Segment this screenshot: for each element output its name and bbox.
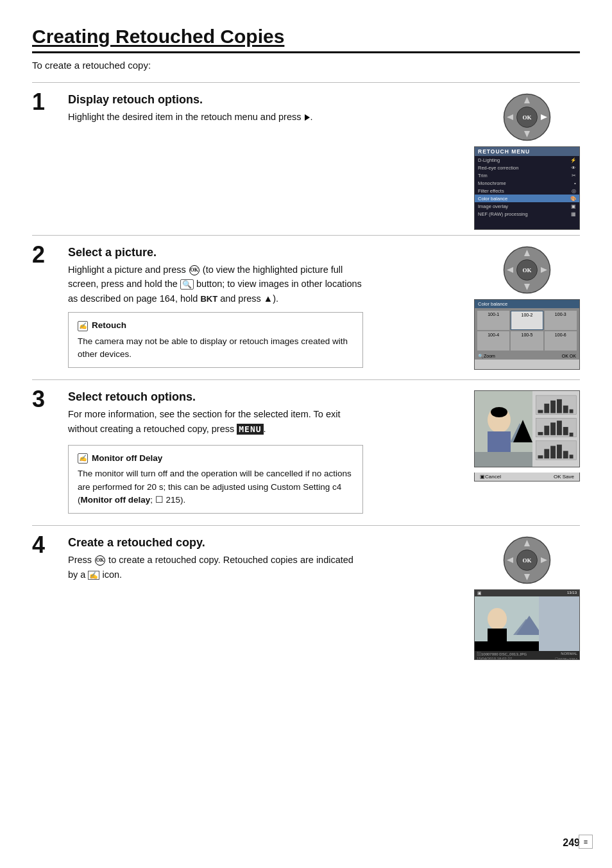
step-3-number: 3 <box>32 388 62 411</box>
svg-rect-34 <box>563 427 568 435</box>
step-2-body: Highlight a picture and press OK (to vie… <box>68 263 363 306</box>
svg-rect-33 <box>557 421 562 435</box>
screen-retouch-options <box>474 390 580 467</box>
dpad-step4: OK <box>503 536 551 584</box>
step-2: 2 Select a picture. Highlight a picture … <box>32 235 580 379</box>
bkt-label: BKT <box>200 294 217 304</box>
ok-circle-icon: OK <box>189 265 200 275</box>
svg-rect-37 <box>538 455 543 458</box>
step-4: 4 Create a retouched copy. Press OK to c… <box>32 525 580 665</box>
note-icon-monitor: ✍ <box>78 453 88 464</box>
step-3: 3 Select retouch options. For more infor… <box>32 379 580 525</box>
screen-color-balance: Color balance 100-1 100-2 100-3 100-4 10… <box>474 299 580 370</box>
svg-rect-23 <box>538 410 543 413</box>
svg-rect-35 <box>570 433 574 437</box>
svg-rect-25 <box>550 401 556 413</box>
retouched-icon: ✍ <box>88 571 99 580</box>
svg-point-51 <box>488 608 507 630</box>
step-3-images: ▣CancelOK Save <box>474 390 580 482</box>
step-4-number: 4 <box>32 534 62 557</box>
step-1-title: Display retouch options. <box>68 93 468 107</box>
svg-rect-27 <box>563 406 568 413</box>
intro-text: To create a retouched copy: <box>32 60 580 71</box>
screen-playback: ▣13/13 <box>474 589 580 660</box>
svg-rect-55 <box>475 641 539 651</box>
svg-rect-38 <box>544 449 549 459</box>
bottom-page-icon: ≡ <box>579 835 593 849</box>
note-monitor-title: Monitor off Delay <box>92 452 162 465</box>
step-1-body: Highlight the desired item in the retouc… <box>68 110 468 124</box>
svg-rect-21 <box>475 452 532 467</box>
note-retouch-body: The camera may not be able to display or… <box>78 335 353 361</box>
svg-rect-40 <box>557 445 562 459</box>
step-2-images: OK Color balance 100-1 100-2 100-3 100-4 <box>474 246 580 370</box>
screen-retouch-menu: RETOUCH MENU D-Lighting ⚡ Red-eye correc… <box>474 146 580 230</box>
page-title: Creating Retouched Copies <box>32 26 580 53</box>
ok-circle-icon-2: OK <box>95 555 105 566</box>
zoom-button-icon: 🔍 <box>180 279 194 290</box>
svg-rect-32 <box>550 422 556 435</box>
svg-rect-31 <box>544 426 549 435</box>
note-retouch-title: Retouch <box>92 319 126 332</box>
svg-point-18 <box>491 407 507 417</box>
step-3-title: Select retouch options. <box>68 390 363 404</box>
menu-word-label: MENU <box>237 424 263 435</box>
svg-text:OK: OK <box>522 114 531 121</box>
note-monitor-body: The monitor will turn off and the operat… <box>78 467 353 507</box>
svg-rect-28 <box>570 410 574 413</box>
step-4-images: OK ▣13/13 <box>474 536 580 660</box>
svg-rect-26 <box>557 399 562 413</box>
step-4-title: Create a retouched copy. <box>68 536 363 550</box>
step-1-number: 1 <box>32 91 62 114</box>
arrow-right-icon <box>305 114 310 121</box>
note-retouch: ✍ Retouch The camera may not be able to … <box>68 312 363 368</box>
svg-rect-30 <box>538 432 543 435</box>
dpad-step1: OK <box>503 93 551 141</box>
step-1-images: OK RETOUCH MENU D-Lighting ⚡ <box>474 93 580 230</box>
step-4-body: Press OK to create a retouched copy. Ret… <box>68 553 363 582</box>
svg-rect-41 <box>563 451 568 459</box>
svg-rect-39 <box>550 446 556 459</box>
note-icon-retouch: ✍ <box>78 321 88 331</box>
svg-text:OK: OK <box>522 267 531 273</box>
screen-bottom-bar: ▣CancelOK Save <box>474 473 580 482</box>
step-3-body: For more information, see the section fo… <box>68 407 363 436</box>
step-2-title: Select a picture. <box>68 246 363 259</box>
page-number: 249 <box>563 837 580 849</box>
svg-rect-42 <box>570 455 574 458</box>
dpad-step2: OK <box>503 246 551 294</box>
note-monitor: ✍ Monitor off Delay The monitor will tur… <box>68 445 363 514</box>
step-2-number: 2 <box>32 243 62 266</box>
svg-rect-24 <box>544 404 549 413</box>
step-1: 1 Display retouch options. Highlight the… <box>32 82 580 235</box>
svg-text:OK: OK <box>522 557 531 564</box>
steps-wrapper: 1 Display retouch options. Highlight the… <box>32 82 580 665</box>
